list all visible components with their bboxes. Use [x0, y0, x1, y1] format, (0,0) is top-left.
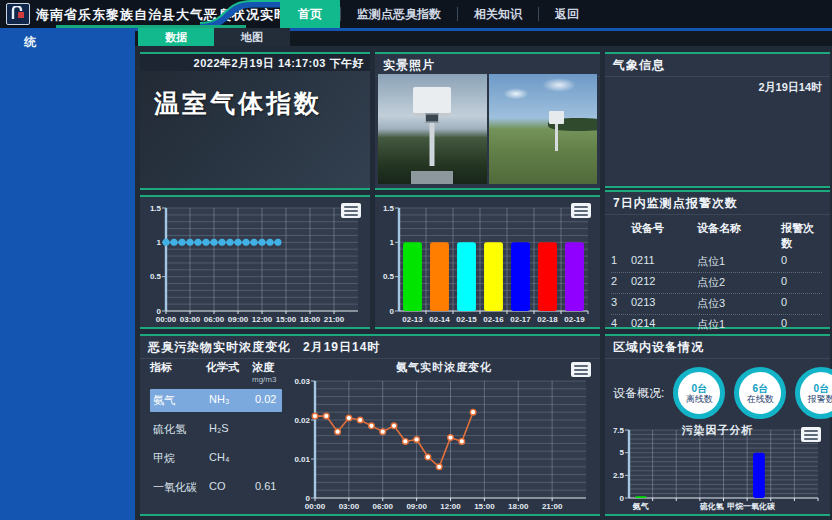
svg-text:15:00: 15:00	[276, 315, 297, 324]
station-screen	[425, 114, 439, 123]
tab-map[interactable]: 地图	[214, 28, 290, 46]
svg-text:00:00: 00:00	[156, 315, 177, 324]
online-count-badge: 6台 在线数	[734, 367, 786, 419]
col-alarm-count: 报警次数	[781, 221, 822, 251]
table-row: 20212点位20	[611, 273, 822, 294]
photo-strip	[378, 74, 597, 184]
svg-text:18:00: 18:00	[508, 502, 529, 511]
topbar: 海南省乐东黎族自治县大气恶臭状况实时发布系 首页 监测点恶臭指数 相关知识 返回	[0, 0, 832, 28]
devices-title: 区域内设备情况	[605, 336, 830, 359]
greenhouse-index-panel: 00.511.500:0003:0006:0009:0012:0015:0018…	[140, 195, 370, 329]
svg-text:7.5: 7.5	[613, 426, 625, 435]
odor-title: 恶臭污染物实时浓度变化	[148, 339, 291, 356]
greeting-panel: 2022年2月19日 14:17:03 下午好 温室气体指数	[140, 52, 370, 190]
nav-item-back[interactable]: 返回	[539, 0, 595, 28]
sidebar-title-overflow: 统	[24, 34, 36, 51]
nav-item-home[interactable]: 首页	[280, 0, 340, 28]
alarm-count-badge: 0台 报警数	[795, 367, 832, 419]
svg-text:12:00: 12:00	[440, 502, 461, 511]
svg-text:0.5: 0.5	[383, 272, 395, 281]
devices-panel: 区域内设备情况 设备概况: 0台 离线数 6台 在线数 0台 报警数 污染因子分…	[605, 334, 830, 516]
svg-text:02-17: 02-17	[510, 315, 531, 324]
svg-text:02-19: 02-19	[564, 315, 585, 324]
dataview-toolbox-icon[interactable]	[571, 362, 591, 377]
concentration-unit: mg/m3	[252, 375, 288, 384]
col-device-id: 设备号	[631, 221, 697, 251]
svg-text:1: 1	[157, 238, 162, 247]
alarm-table-header: 设备号 设备名称 报警次数	[611, 219, 822, 252]
svg-text:12:00: 12:00	[252, 315, 273, 324]
svg-text:09:00: 09:00	[228, 315, 249, 324]
svg-text:0.01: 0.01	[294, 455, 310, 464]
nav-item-knowledge[interactable]: 相关知识	[458, 0, 538, 28]
station-box	[549, 111, 564, 124]
photos-panel: 实景照片	[375, 52, 600, 190]
title-underline	[56, 25, 246, 28]
dataview-toolbox-icon[interactable]	[801, 427, 821, 442]
weather-date: 2月19日14时	[605, 77, 830, 95]
station-base	[411, 171, 453, 184]
table-row: 10211点位10	[611, 252, 822, 273]
main-nav: 首页 监测点恶臭指数 相关知识 返回	[280, 0, 595, 28]
svg-text:02-18: 02-18	[537, 315, 558, 324]
svg-text:氨气: 氨气	[632, 502, 649, 511]
site-photo-2	[489, 74, 598, 184]
odor-row-ch4[interactable]: 甲烷 CH₄	[150, 447, 282, 470]
svg-text:1.5: 1.5	[383, 204, 395, 213]
pollution-factor-chart[interactable]: 02.557.5氨气硫化氢甲烷一氧化碳	[607, 422, 826, 512]
odor-table: 指标 化学式 浓度 mg/m3 氨气 NH₃ 0.02 硫化氢 H₂S	[140, 356, 288, 514]
device-overview: 设备概况: 0台 离线数 6台 在线数 0台 报警数	[605, 359, 830, 423]
alarm-table-panel: 7日内监测点报警次数 设备号 设备名称 报警次数 10211点位10 20212…	[605, 190, 830, 329]
svg-text:03:00: 03:00	[339, 502, 360, 511]
alarm-table-title: 7日内监测点报警次数	[605, 192, 830, 215]
nh3-chart-region: 氨气实时浓度变化 00.010.020.0300:0003:0006:0009:…	[288, 356, 600, 514]
sidebar: 统	[0, 28, 135, 520]
main-content: 数据 地图 2022年2月19日 14:17:03 下午好 温室气体指数 实景照…	[135, 28, 832, 520]
svg-text:0: 0	[620, 494, 625, 503]
odor-date: 2月19日14时	[303, 339, 380, 356]
daily-index-panel: 00.511.502-1302-1402-1502-1602-1702-1802…	[375, 195, 600, 329]
svg-text:0.03: 0.03	[294, 377, 310, 386]
weather-panel: 气象信息 2月19日14时	[605, 52, 830, 188]
odor-unit-row: mg/m3	[150, 375, 288, 384]
svg-text:09:00: 09:00	[406, 502, 427, 511]
logo-glyph	[10, 6, 26, 22]
svg-text:02-14: 02-14	[429, 315, 450, 324]
daily-index-chart[interactable]: 00.511.502-1302-1402-1502-1602-1702-1802…	[377, 200, 596, 325]
col-device-name: 设备名称	[697, 221, 781, 251]
odor-panel: 恶臭污染物实时浓度变化 2月19日14时 指标 化学式 浓度 mg/m3 氨气 …	[140, 334, 600, 516]
dataview-toolbox-icon[interactable]	[341, 203, 361, 218]
odor-body: 指标 化学式 浓度 mg/m3 氨气 NH₃ 0.02 硫化氢 H₂S	[140, 356, 600, 514]
odor-row-nh3[interactable]: 氨气 NH₃ 0.02	[150, 389, 282, 412]
site-photo-1	[378, 74, 487, 184]
nav-item-odor-index[interactable]: 监测点恶臭指数	[341, 0, 457, 28]
greenhouse-index-chart[interactable]: 00.511.500:0003:0006:0009:0012:0015:0018…	[142, 200, 366, 325]
tab-data[interactable]: 数据	[138, 28, 214, 46]
datetime-text: 2022年2月19日 14:17:03 下午好	[140, 54, 370, 71]
swoosh-decoration	[200, 0, 288, 28]
svg-text:06:00: 06:00	[204, 315, 225, 324]
offline-count-badge: 0台 离线数	[673, 367, 725, 419]
table-row: 30213点位30	[611, 294, 822, 315]
svg-text:2.5: 2.5	[613, 471, 625, 480]
svg-text:03:00: 03:00	[180, 315, 201, 324]
svg-text:0.02: 0.02	[294, 416, 310, 425]
svg-text:0: 0	[390, 307, 395, 316]
page-title: 温室气体指数	[154, 87, 370, 120]
svg-text:一氧化碳: 一氧化碳	[743, 502, 776, 511]
odor-row-co[interactable]: 一氧化碳 CO 0.61	[150, 476, 282, 499]
svg-text:02-15: 02-15	[456, 315, 477, 324]
tabbar: 数据 地图	[135, 28, 832, 46]
nh3-concentration-chart[interactable]: 00.010.020.0300:0003:0006:0009:0012:0015…	[288, 373, 594, 512]
svg-text:15:00: 15:00	[474, 502, 495, 511]
dashboard-screen: 海南省乐东黎族自治县大气恶臭状况实时发布系 首页 监测点恶臭指数 相关知识 返回…	[0, 0, 832, 520]
svg-text:21:00: 21:00	[542, 502, 563, 511]
station-pole	[555, 122, 558, 151]
greeting-body: 温室气体指数	[140, 71, 370, 188]
svg-text:18:00: 18:00	[300, 315, 321, 324]
overview-label: 设备概况:	[613, 385, 664, 402]
odor-row-h2s[interactable]: 硫化氢 H₂S	[150, 418, 282, 441]
svg-text:1: 1	[390, 238, 395, 247]
svg-text:02-13: 02-13	[402, 315, 423, 324]
dataview-toolbox-icon[interactable]	[571, 203, 591, 218]
